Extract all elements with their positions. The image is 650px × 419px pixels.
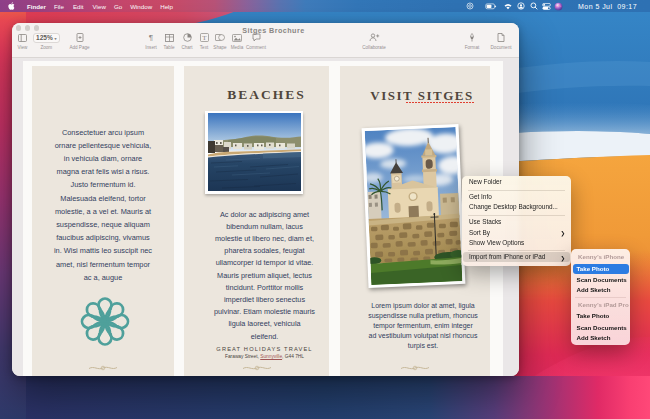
svg-text:T: T (202, 34, 207, 42)
